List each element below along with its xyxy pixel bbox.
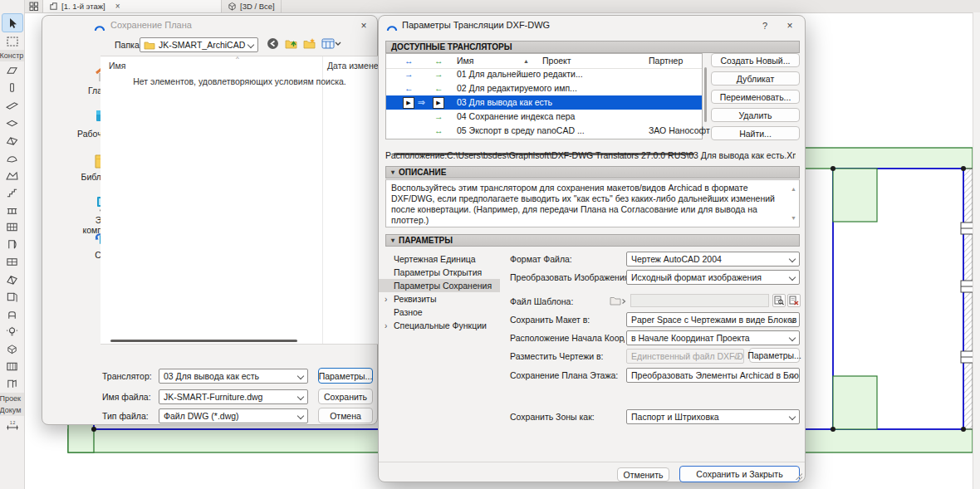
save-right-icon: →	[434, 111, 443, 121]
object-tool[interactable]	[2, 306, 22, 323]
chevron-down-icon	[789, 335, 796, 341]
skylight-tool[interactable]	[2, 271, 22, 288]
filetype-value: Файл DWG (*.dwg)	[164, 411, 239, 421]
curtain-wall-tool[interactable]	[2, 218, 22, 236]
expand-icon: ›	[385, 295, 387, 304]
translator-name: 05 Экспорт в среду nanoCAD ...	[457, 125, 585, 135]
browse-button[interactable]: Найти...	[711, 126, 800, 140]
description-text: Воспользуйтесь этим транслятором для сох…	[391, 183, 775, 225]
tree-item-custom-functions[interactable]: ›Специальные Функции	[379, 319, 500, 332]
column-tool[interactable]	[2, 79, 22, 96]
duplicate-button[interactable]: Дубликат	[711, 71, 800, 86]
section-tool[interactable]	[2, 375, 22, 393]
create-new-button[interactable]: Создать Новый...	[711, 53, 800, 67]
translator-row[interactable]: → 04 Сохранение индекса пера	[386, 110, 702, 124]
beam-tool[interactable]	[2, 96, 22, 114]
template-file-field[interactable]	[630, 294, 769, 307]
railing-tool[interactable]	[2, 201, 22, 218]
save-layout-select[interactable]: Paper Space с Чертежами в виде Блоков	[626, 312, 800, 327]
door-tool[interactable]	[2, 236, 22, 253]
marquee-tool[interactable]	[2, 32, 22, 50]
location-label: Расположение:	[385, 150, 447, 160]
wall-tool[interactable]	[2, 61, 22, 79]
translator-row[interactable]: ← ← 02 Для редактируемого имп...	[386, 81, 702, 95]
canvas-vertical-scrollbar[interactable]	[973, 12, 980, 489]
cancel-button[interactable]: Отменить	[617, 467, 669, 482]
lamp-tool[interactable]	[2, 323, 22, 340]
translator-settings-button[interactable]: Параметры...	[318, 368, 373, 384]
translator-row[interactable]: ↔ 05 Экспорт в среду nanoCAD ... ЗАО Нан…	[386, 124, 702, 138]
tree-item-drawing-unit[interactable]: Чертежная Единица	[379, 252, 500, 266]
save-button[interactable]: Сохранить	[318, 389, 373, 404]
floorplan-save-select[interactable]: Преобразовать Элементы Archicad в Блоки	[626, 368, 800, 383]
current-translator-icon: ▶	[433, 97, 444, 109]
zone-tool[interactable]	[2, 358, 22, 375]
translator-row[interactable]: → → 01 Для дальнейшего редакти...	[386, 67, 702, 81]
description-text-box[interactable]: Воспользуйтесь этим транслятором для сох…	[385, 179, 800, 227]
tree-item-open-options[interactable]: Параметры Открытия	[379, 266, 500, 279]
view-mode-button[interactable]	[321, 37, 341, 51]
tree-item-attributes[interactable]: ›Реквизиты	[379, 292, 500, 306]
place-drawings-select-disabled: Единственный файл DXF/DWG	[626, 349, 744, 364]
opening-tool[interactable]	[2, 288, 22, 306]
translator-name: 03 Для вывода как есть	[457, 97, 552, 107]
save-dialog-titlebar[interactable]: Сохранение Плана ×	[42, 16, 377, 36]
horizontal-scrollbar-thumb[interactable]	[110, 340, 297, 342]
parameters-panel-header[interactable]: ▾ ПАРАМЕТРЫ	[385, 234, 800, 247]
template-clear-button[interactable]	[787, 294, 801, 307]
template-search-button[interactable]	[772, 294, 786, 307]
table-vertical-scrollbar-thumb[interactable]	[704, 67, 707, 122]
small-folder-icon	[610, 296, 626, 306]
filetype-select[interactable]: Файл DWG (*.dwg)	[159, 408, 308, 423]
file-list-panel[interactable]: ^ Имя Дата изменения Тип Нет элементов, …	[100, 56, 379, 345]
translator-dialog-close-icon[interactable]: ×	[783, 19, 796, 32]
scroll-up-icon[interactable]: ▲	[791, 183, 796, 194]
tab-3d[interactable]: [3D / Все]	[222, 0, 282, 12]
translator-row-selected[interactable]: ▶ ⇒ ▶ 03 Для вывода как есть	[386, 95, 702, 110]
back-button[interactable]	[267, 37, 279, 51]
save-and-close-button[interactable]: Сохранить и Закрыть	[679, 466, 800, 482]
tree-item-miscellaneous[interactable]: Разное	[379, 306, 500, 319]
origin-location-select[interactable]: в Начале Координат Проекта	[626, 330, 800, 345]
up-one-level-button[interactable]	[285, 37, 298, 51]
available-translators-panel-header[interactable]: ДОСТУПНЫЕ ТРАНСЛЯТОРЫ	[385, 41, 800, 53]
dimension-tool[interactable]: 1.2	[2, 416, 22, 433]
window-tool[interactable]	[2, 253, 22, 271]
slab-tool[interactable]	[2, 114, 22, 131]
rename-button[interactable]: Переименовать...	[711, 90, 800, 104]
save-zones-select[interactable]: Паспорт и Штриховка	[626, 409, 800, 424]
description-panel-header[interactable]: ▾ ОПИСАНИЕ	[385, 166, 800, 178]
delete-button[interactable]: Удалить	[711, 108, 800, 122]
new-folder-button[interactable]	[303, 37, 316, 51]
roof-tool[interactable]	[2, 131, 22, 149]
stair-tool[interactable]	[2, 183, 22, 201]
translator-select[interactable]: 03 Для вывода как есть	[159, 369, 308, 384]
save-dialog-close-icon[interactable]: ×	[357, 19, 370, 32]
morph-tool[interactable]	[2, 340, 22, 358]
resize-grip[interactable]	[796, 473, 802, 480]
convert-images-select[interactable]: Исходный формат изображения	[626, 270, 800, 285]
place-drawings-settings-button[interactable]: Параметры...	[749, 348, 800, 363]
file-format-select[interactable]: Чертеж AutoCAD 2004	[626, 252, 800, 267]
translator-dialog-titlebar[interactable]: Параметры Трансляции DXF-DWG ? ×	[379, 16, 805, 36]
help-button[interactable]: ?	[758, 19, 772, 32]
column-header-name[interactable]: Имя	[109, 61, 125, 71]
tab-close-icon[interactable]: ×	[115, 2, 120, 11]
column-partner[interactable]: Партнер	[649, 56, 683, 66]
shell-tool[interactable]	[2, 149, 22, 166]
folder-select[interactable]: JK-SMART_ArchiCAD	[140, 37, 258, 52]
tab-floorplan[interactable]: [1. 1-й этаж] ×	[43, 0, 222, 12]
column-name[interactable]: Имя	[457, 56, 473, 66]
column-separator[interactable]	[322, 56, 323, 344]
scroll-down-icon[interactable]: ▼	[791, 213, 796, 223]
filename-input[interactable]: JK-SMART-Furniture.dwg	[159, 389, 308, 404]
arrow-select-tool[interactable]	[2, 13, 23, 32]
template-folder-button[interactable]	[610, 296, 626, 308]
cancel-button[interactable]: Отмена	[318, 408, 373, 423]
back-icon	[267, 37, 279, 50]
mesh-tool[interactable]	[2, 166, 22, 183]
convert-images-label: Преобразовать Изображения в:	[510, 272, 639, 282]
tree-item-save-options[interactable]: Параметры Сохранения	[379, 279, 500, 292]
tab-overview-button[interactable]	[25, 0, 43, 12]
column-project[interactable]: Проект	[542, 56, 571, 66]
